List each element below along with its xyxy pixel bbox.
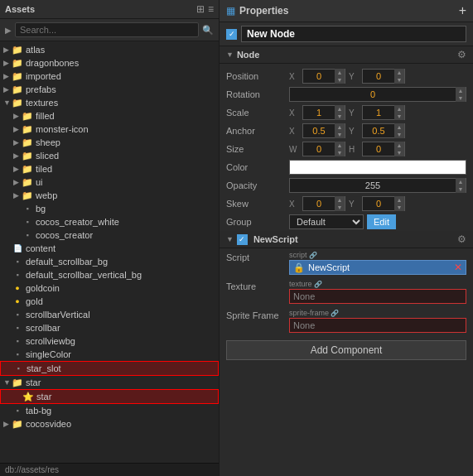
tree-arrow-cocosvideo[interactable]: ▶ [3,420,12,428]
tree-item-star[interactable]: ⭐star [0,389,219,404]
tree-item-default_scrollbar_vertical_bg[interactable]: ▪default_scrollbar_vertical_bg [0,268,219,281]
tree-arrow-sheep[interactable]: ▶ [13,138,22,147]
tree-arrow-sliced[interactable]: ▶ [13,151,22,160]
tree-arrow-monster-icon[interactable]: ▶ [13,125,22,133]
tree-item-star_slot[interactable]: ▪star_slot [0,361,219,376]
node-gear-icon[interactable]: ⚙ [457,49,466,60]
skew-x-input[interactable] [303,199,335,209]
rotation-down[interactable]: ▼ [456,94,466,102]
skew-y-input[interactable] [363,199,394,209]
tree-item-singleColor[interactable]: ▪singleColor [0,348,219,361]
skew-x-down[interactable]: ▼ [335,204,345,211]
tree-item-tiled[interactable]: ▶📁tiled [0,162,219,175]
size-w-down[interactable]: ▼ [335,149,345,156]
sprite-frame-field[interactable]: None [289,318,466,333]
tree-item-scrollviewbg[interactable]: ▪scrollviewbg [0,334,219,348]
size-w-input[interactable] [303,144,335,154]
anchor-x-up[interactable]: ▲ [335,123,345,131]
tree-item-prefabs[interactable]: ▶📁prefabs [0,83,219,96]
scale-y-input[interactable] [363,108,394,118]
tree-item-dragonbones[interactable]: ▶📁dragonbones [0,56,219,70]
anchor-y-up[interactable]: ▲ [394,123,404,131]
tree-item-gold[interactable]: ●gold [0,295,219,308]
menu-icon[interactable]: ≡ [208,3,214,15]
position-y-input[interactable] [363,71,394,81]
tree-arrow-tiled[interactable]: ▶ [13,165,22,173]
scale-x-input[interactable] [303,108,335,118]
anchor-y-down[interactable]: ▼ [394,131,404,138]
skew-y-up[interactable]: ▲ [394,196,404,204]
expand-icon[interactable]: ▶ [5,26,12,35]
tree-arrow-filled[interactable]: ▶ [13,112,22,120]
tree-item-scrollbar[interactable]: ▪scrollbar [0,321,219,334]
skew-y-down[interactable]: ▼ [394,204,404,211]
skew-x-up[interactable]: ▲ [335,196,345,204]
node-section-arrow[interactable]: ▼ [226,50,234,59]
newscript-enabled-checkbox[interactable]: ✓ [237,234,248,245]
scale-y-up[interactable]: ▲ [394,105,404,113]
opacity-down[interactable]: ▼ [456,185,466,193]
add-component-button[interactable]: Add Component [226,340,466,360]
scale-x-down[interactable]: ▼ [335,113,345,120]
tree-item-default_scrollbar_bg[interactable]: ▪default_scrollbar_bg [0,255,219,268]
tree-arrow-atlas[interactable]: ▶ [3,46,12,54]
tree-item-cocos_creator_white[interactable]: ▪cocos_creator_white [0,215,219,228]
tree-item-ui[interactable]: ▶📁ui [0,175,219,189]
tree-item-imported[interactable]: ▶📁imported [0,70,219,83]
script-close-button[interactable]: ✕ [454,262,462,273]
tree-arrow-prefabs[interactable]: ▶ [3,85,12,94]
tree-item-star_root[interactable]: ▼📁star [0,376,219,389]
tree-arrow-ui[interactable]: ▶ [13,178,22,186]
scale-y-down[interactable]: ▼ [394,113,404,120]
texture-field[interactable]: None [289,289,466,304]
position-x-up[interactable]: ▲ [335,69,345,76]
position-x-down[interactable]: ▼ [335,76,345,84]
tree-arrow-dragonbones[interactable]: ▶ [3,59,12,67]
search-input[interactable] [15,22,199,37]
script-field[interactable]: 🔒 NewScript ✕ [289,260,466,275]
rotation-up[interactable]: ▲ [456,87,466,94]
anchor-x-input[interactable] [303,126,335,136]
tree-arrow-imported[interactable]: ▶ [3,72,12,80]
add-component-header-button[interactable]: + [459,4,466,17]
newscript-arrow[interactable]: ▼ [226,235,234,243]
newscript-gear-icon[interactable]: ⚙ [457,233,466,245]
tree-item-sheep[interactable]: ▶📁sheep [0,136,219,149]
tree-item-cocosvideo[interactable]: ▶📁cocosvideo [0,417,219,430]
tree-item-cocos_creator[interactable]: ▪cocos_creator [0,228,219,242]
new-file-icon[interactable]: ⊞ [196,3,205,15]
search-icon[interactable]: 🔍 [202,25,214,36]
tree-item-tab-bg[interactable]: ▪tab-bg [0,404,219,417]
scale-x-up[interactable]: ▲ [335,105,345,113]
group-dropdown[interactable]: Default [289,214,364,229]
tree-arrow-webp[interactable]: ▶ [13,191,22,200]
tree-item-filled[interactable]: ▶📁filled [0,109,219,123]
tree-arrow-textures[interactable]: ▼ [3,99,12,107]
size-h-input[interactable] [363,144,394,154]
tree-item-textures[interactable]: ▼📁textures [0,96,219,109]
size-w-up[interactable]: ▲ [335,142,345,149]
tree-item-webp[interactable]: ▶📁webp [0,189,219,202]
position-y-down[interactable]: ▼ [394,76,404,84]
anchor-x-down[interactable]: ▼ [335,131,345,138]
tree-item-scrollbarVertical[interactable]: ▪scrollbarVertical [0,308,219,321]
group-edit-button[interactable]: Edit [367,214,396,229]
position-x-input[interactable] [303,71,335,81]
opacity-up[interactable]: ▲ [456,178,466,185]
tree-item-monster-icon[interactable]: ▶📁monster-icon [0,123,219,136]
position-y-up[interactable]: ▲ [394,69,404,76]
color-picker[interactable] [289,160,466,175]
size-h-up[interactable]: ▲ [394,142,404,149]
tree-item-sliced[interactable]: ▶📁sliced [0,149,219,162]
node-enabled-checkbox[interactable]: ✓ [226,29,237,40]
tree-arrow-star_root[interactable]: ▼ [3,378,12,387]
tree-item-content[interactable]: 📄content [0,242,219,255]
tree-item-bg[interactable]: ▪bg [0,202,219,215]
node-name-input[interactable] [241,26,466,42]
rotation-input[interactable] [290,89,456,99]
anchor-y-input[interactable] [363,126,394,136]
tree-item-atlas[interactable]: ▶📁atlas [0,43,219,56]
size-h-down[interactable]: ▼ [394,149,404,156]
tree-item-goldcoin[interactable]: ●goldcoin [0,281,219,295]
opacity-input[interactable] [290,180,456,190]
